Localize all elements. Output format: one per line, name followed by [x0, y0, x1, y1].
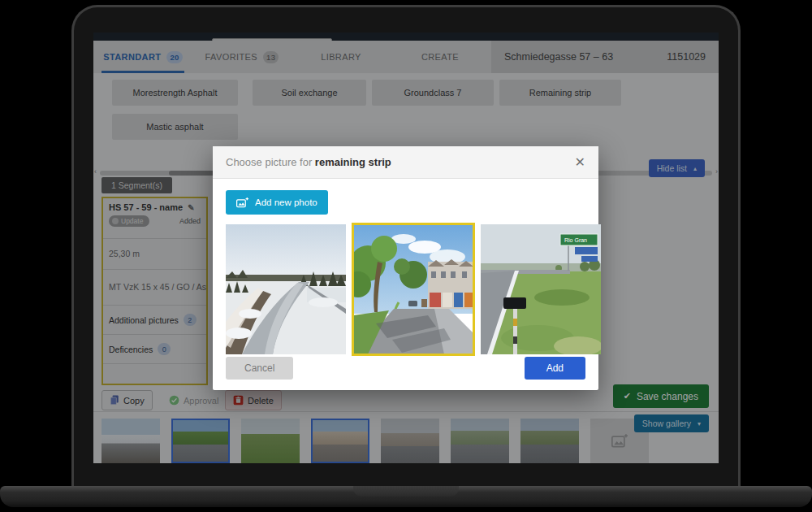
cancel-label: Cancel	[244, 362, 274, 374]
photo-options-row: Rio Gran	[226, 224, 601, 354]
app-window: INFRA-44 Schmiedegasse ▾ Home Administra…	[93, 33, 719, 463]
modal-title: Choose picture for remaining strip	[226, 156, 391, 168]
page-background: INFRA-44 Schmiedegasse ▾ Home Administra…	[0, 0, 812, 512]
add-label: Add	[546, 362, 564, 374]
add-button[interactable]: Add	[525, 357, 585, 380]
photo-option-rural-roadside[interactable]: Rio Gran	[481, 224, 601, 354]
add-photo-icon	[236, 197, 248, 208]
photo-option-tree-street[interactable]	[353, 224, 473, 354]
svg-text:Rio Gran: Rio Gran	[564, 237, 587, 243]
add-new-photo-button[interactable]: Add new photo	[226, 190, 328, 215]
add-new-photo-label: Add new photo	[255, 197, 317, 207]
modal-header: Choose picture for remaining strip ✕	[213, 146, 598, 179]
close-icon[interactable]: ✕	[575, 154, 585, 170]
choose-picture-modal: Choose picture for remaining strip ✕ Add…	[213, 146, 598, 390]
cancel-button[interactable]: Cancel	[226, 357, 293, 380]
modal-title-prefix: Choose picture for	[226, 156, 315, 168]
photo-option-winter-highway[interactable]	[226, 224, 346, 354]
laptop-notch	[353, 486, 459, 497]
modal-title-strong: remaining strip	[315, 156, 391, 168]
